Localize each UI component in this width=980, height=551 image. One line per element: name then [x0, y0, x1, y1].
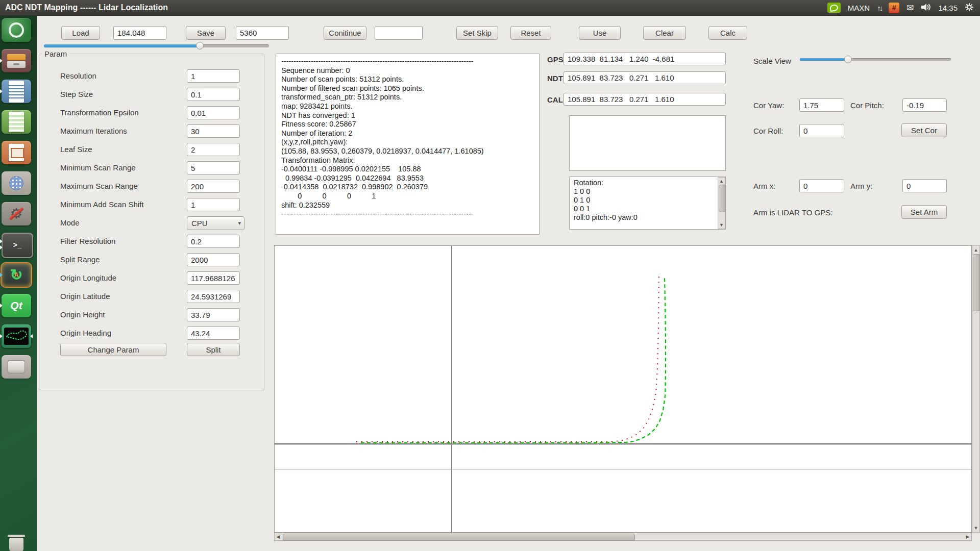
arm-x-label: Arm x:: [753, 182, 775, 190]
empty-info-box: [569, 115, 726, 171]
ubuntu-logo-icon: [9, 22, 24, 38]
dock-icon-libreoffice-writer[interactable]: [2, 80, 31, 103]
scroll-left-icon[interactable]: ◀: [276, 533, 281, 540]
step-size-input[interactable]: [187, 88, 240, 101]
plot-vscrollbar[interactable]: ▲ ▼: [972, 245, 980, 533]
rotation-box[interactable]: Rotation: 1 0 0 0 1 0 0 0 1 roll:0 pitch…: [569, 177, 726, 230]
cor-pitch-label: Cor Pitch:: [850, 101, 884, 110]
pointcloud-icon: [5, 330, 28, 343]
ndt-label: NDT: [547, 74, 563, 83]
reset-button[interactable]: Reset: [510, 26, 551, 40]
cor-yaw-input[interactable]: [799, 98, 844, 112]
scrollbar-thumb[interactable]: [973, 254, 980, 311]
gpu-mode-label[interactable]: MAXN: [848, 4, 870, 12]
trans-epsilon-input[interactable]: [187, 106, 240, 119]
clear-button[interactable]: Clear: [643, 26, 686, 40]
cor-roll-input[interactable]: [799, 124, 844, 137]
param-label: Leaf Size: [60, 145, 92, 154]
split-button[interactable]: Split: [187, 343, 240, 356]
plot-hscrollbar[interactable]: ◀ ▶: [274, 533, 972, 541]
scroll-down-icon[interactable]: ▼: [718, 221, 725, 229]
save-value-input[interactable]: [236, 26, 289, 40]
dock-icon-qt-creator[interactable]: Qt: [2, 294, 31, 317]
origin-latitude-input[interactable]: [187, 290, 240, 303]
dock-icon-terminal[interactable]: >_: [2, 233, 33, 258]
param-label: Maximum Iterations: [60, 127, 127, 135]
use-button[interactable]: Use: [579, 26, 621, 40]
scale-slider-handle[interactable]: [844, 56, 852, 63]
scroll-down-icon[interactable]: ▼: [972, 524, 979, 532]
change-param-button[interactable]: Change Param: [60, 343, 166, 356]
max-iterations-input[interactable]: [187, 124, 240, 138]
frame-slider[interactable]: [44, 44, 269, 47]
session-gear-icon[interactable]: [965, 3, 974, 13]
mail-icon[interactable]: ✉: [906, 3, 914, 13]
volume-icon[interactable]: [921, 3, 931, 13]
clock[interactable]: 14:35: [938, 4, 958, 12]
split-range-input[interactable]: [187, 253, 240, 266]
param-label: Origin Heading: [60, 329, 111, 337]
scroll-up-icon[interactable]: ▲: [718, 178, 725, 185]
dock-icon-lidar-app[interactable]: [2, 324, 31, 348]
nvidia-icon[interactable]: [827, 3, 841, 13]
network-arrows-icon[interactable]: ↑↓: [877, 4, 881, 12]
frame-slider-handle[interactable]: [196, 42, 204, 49]
top-panel: ADC NDT Mapping ------ Lidar Localizatio…: [0, 0, 980, 16]
log-output-area[interactable]: ----------------------------------------…: [276, 54, 540, 235]
cor-pitch-input[interactable]: [902, 98, 947, 112]
running-pip: [0, 304, 3, 308]
dock-icon-ubuntu-software[interactable]: [2, 171, 31, 195]
calc-button[interactable]: Calc: [708, 26, 747, 40]
rotation-text: Rotation: 1 0 0 0 1 0 0 0 1 roll:0 pitch…: [570, 177, 725, 223]
scroll-right-icon[interactable]: ▶: [965, 533, 970, 540]
min-scan-range-input[interactable]: [187, 161, 240, 174]
cor-roll-label: Cor Roll:: [753, 127, 783, 135]
input-method-icon[interactable]: #: [889, 3, 899, 13]
save-button[interactable]: Save: [186, 26, 226, 40]
min-add-scan-shift-input[interactable]: [187, 198, 240, 211]
launcher-dock: ⚙ >_ ↻A Qt: [0, 15, 33, 551]
param-label: Mode: [60, 218, 80, 227]
dock-icon-trash[interactable]: [2, 532, 31, 551]
mode-combobox[interactable]: CPU ▾: [187, 216, 244, 230]
scale-view-slider[interactable]: [800, 58, 951, 61]
filter-resolution-input[interactable]: [187, 235, 240, 248]
origin-longitude-input[interactable]: [187, 271, 240, 285]
resolution-input[interactable]: [187, 69, 240, 83]
trajectory-plot[interactable]: [274, 245, 972, 533]
rotation-scrollbar[interactable]: ▲ ▼: [718, 177, 725, 229]
cal-value-field[interactable]: [564, 93, 726, 106]
leaf-size-input[interactable]: [187, 143, 240, 156]
focused-arrow: [30, 334, 33, 338]
arm-y-input[interactable]: [902, 179, 947, 192]
ndt-value-field[interactable]: [564, 71, 726, 84]
load-value-input[interactable]: [113, 26, 166, 40]
gps-trajectory-curve: [356, 273, 659, 442]
dock-icon-libreoffice-impress[interactable]: [2, 141, 31, 164]
dock-icon-hard-disk[interactable]: [2, 355, 31, 379]
max-scan-range-input[interactable]: [187, 180, 240, 193]
scroll-up-icon[interactable]: ▲: [972, 246, 979, 254]
dock-icon-libreoffice-calc[interactable]: [2, 110, 31, 134]
dock-icon-ubuntu-dash[interactable]: [2, 18, 31, 42]
set-arm-button[interactable]: Set Arm: [901, 205, 947, 219]
scrollbar-thumb[interactable]: [283, 534, 635, 541]
set-cor-button[interactable]: Set Cor: [901, 123, 947, 137]
gps-value-field[interactable]: [564, 53, 726, 65]
load-button[interactable]: Load: [61, 26, 100, 40]
gps-label: GPS: [547, 55, 564, 64]
dock-icon-file-manager[interactable]: [2, 49, 31, 72]
scrollbar-thumb[interactable]: [719, 185, 726, 212]
continue-button[interactable]: Conitinue: [324, 26, 366, 40]
dock-icon-system-settings[interactable]: ⚙: [2, 202, 31, 226]
set-skip-button[interactable]: Set Skip: [456, 26, 498, 40]
param-label: Step Size: [60, 90, 93, 98]
origin-height-input[interactable]: [187, 308, 240, 321]
arm-x-input[interactable]: [799, 179, 844, 192]
param-label: Minimum Scan Range: [60, 163, 136, 172]
dock-icon-software-updater[interactable]: ↻A: [2, 263, 31, 287]
running-pip: [0, 334, 3, 338]
scale-view-label: Scale View: [753, 57, 791, 65]
origin-heading-input[interactable]: [187, 327, 240, 340]
continue-value-input[interactable]: [375, 26, 423, 40]
